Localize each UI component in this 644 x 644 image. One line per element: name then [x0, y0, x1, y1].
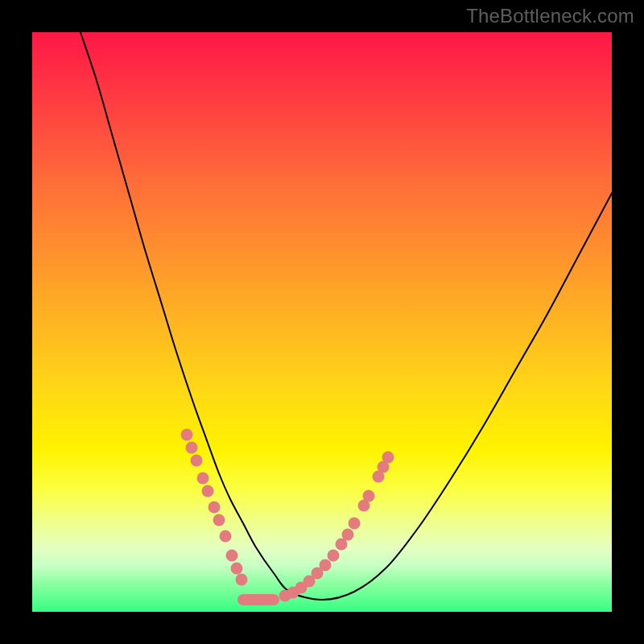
bead-marker — [349, 518, 361, 530]
bead-marker — [382, 452, 394, 464]
bead-marker — [220, 530, 232, 543]
bead-marker — [363, 490, 375, 502]
bead-marker — [342, 529, 354, 541]
watermark-text: TheBottleneck.com — [466, 5, 634, 27]
bead-marker — [328, 550, 340, 562]
bead-marker — [197, 473, 209, 485]
chart-frame: TheBottleneck.com — [0, 0, 644, 644]
curve-svg — [32, 32, 612, 612]
bead-marker — [236, 574, 248, 586]
bead-marker — [231, 563, 243, 575]
bottleneck-curve — [80, 32, 612, 600]
bead-marker — [202, 485, 214, 497]
bead-marker — [226, 550, 238, 562]
bead-marker — [208, 502, 221, 514]
bead-marker — [181, 429, 193, 441]
bead-marker — [186, 442, 198, 454]
plot-area — [32, 32, 612, 612]
bead-marker — [213, 514, 225, 526]
bead-marker — [320, 559, 332, 572]
bead-marker — [191, 455, 203, 467]
